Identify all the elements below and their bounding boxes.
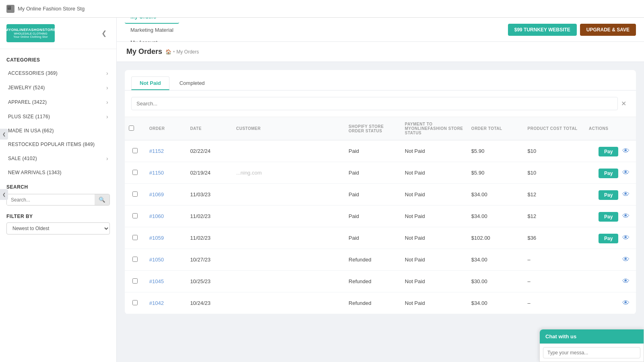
row-shopify-status: Refunded <box>345 271 401 292</box>
sidebar-item-plus[interactable]: PLUS SIZE (1176)› <box>0 109 116 124</box>
order-link[interactable]: #1069 <box>149 191 164 197</box>
row-checkbox[interactable] <box>132 148 138 153</box>
row-order-id: #1060 <box>145 206 186 227</box>
table-row: #1045 10/25/23 Refunded Not Paid $30.00 … <box>125 271 636 292</box>
nav-item-my-orders[interactable]: My Orders <box>125 18 179 24</box>
order-link[interactable]: #1152 <box>149 148 164 154</box>
row-customer <box>232 249 345 271</box>
row-payment-status: Not Paid <box>401 292 467 314</box>
row-customer <box>232 140 345 162</box>
sidebar-item-apparel[interactable]: APPAREL (3422)› <box>0 95 116 109</box>
sidebar-search-button[interactable]: 🔍 <box>95 194 109 205</box>
chat-input[interactable] <box>543 347 640 358</box>
row-shopify-status: Paid <box>345 162 401 184</box>
row-payment-status: Not Paid <box>401 140 467 162</box>
sidebar-item-restocked[interactable]: RESTOCKED POPULAR ITEMS (849) <box>0 138 116 151</box>
view-button[interactable]: 👁 <box>620 276 632 287</box>
pay-button[interactable]: Pay <box>599 190 618 200</box>
row-order-id: #1050 <box>145 249 186 271</box>
sidebar-item-accessories[interactable]: ACCESSORIES (369)› <box>0 66 116 80</box>
breadcrumb-home-icon[interactable]: 🏠 <box>165 49 171 55</box>
row-order-id: #1042 <box>145 292 186 314</box>
search-section: SEARCH 🔍 <box>0 179 116 210</box>
search-section-label: SEARCH <box>6 184 110 190</box>
view-button[interactable]: 👁 <box>620 232 632 244</box>
sidebar-item-sale[interactable]: SALE (4102)› <box>0 151 116 166</box>
view-button[interactable]: 👁 <box>620 189 632 200</box>
pay-button[interactable]: Pay <box>599 212 618 222</box>
view-button[interactable]: 👁 <box>620 210 632 222</box>
order-link[interactable]: #1045 <box>149 278 164 284</box>
tab-completed[interactable]: Completed <box>171 76 213 90</box>
chat-header: Chat with us <box>540 329 644 343</box>
browser-topbar: 🖥 My Online Fashion Store Stg <box>0 0 644 18</box>
order-link[interactable]: #1060 <box>149 213 164 219</box>
th-payment-status: PAYMENT TO MYONLINEFASHION STORE STATUS <box>401 117 467 140</box>
row-payment-status: Not Paid <box>401 227 467 249</box>
nav-item-marketing-material[interactable]: Marketing Material <box>125 24 179 36</box>
row-order-id: #1059 <box>145 227 186 249</box>
left-collapse-arrow-bottom[interactable]: ❮ <box>0 189 8 200</box>
row-checkbox-cell <box>125 227 145 249</box>
row-product-cost: – <box>524 249 585 271</box>
order-link[interactable]: #1042 <box>149 300 164 306</box>
view-button[interactable]: 👁 <box>620 145 632 157</box>
sidebar-item-jewelry[interactable]: JEWELRY (524)› <box>0 80 116 95</box>
row-checkbox[interactable] <box>132 170 138 175</box>
th-date: DATE <box>186 117 232 140</box>
row-order-total: $34.00 <box>467 206 524 227</box>
row-actions: 👁 <box>585 249 636 271</box>
sidebar-item-label: ACCESSORIES (369) <box>8 70 58 76</box>
row-product-cost: $12 <box>524 184 585 206</box>
table-row: #1060 11/02/23 Paid Not Paid $34.00 $12 … <box>125 206 636 227</box>
view-button[interactable]: 👁 <box>620 167 632 179</box>
pay-button[interactable]: Pay <box>599 147 618 156</box>
sidebar-item-label: MADE IN USA (662) <box>8 128 54 134</box>
search-clear-button[interactable]: ✕ <box>618 98 630 109</box>
row-checkbox[interactable] <box>132 235 138 240</box>
sidebar-item-made[interactable]: MADE IN USA (662) <box>0 124 116 138</box>
table-row: #1069 11/03/23 Paid Not Paid $34.00 $12 … <box>125 184 636 206</box>
row-customer <box>232 292 345 314</box>
turnkey-button[interactable]: $99 TURNKEY WEBSITE <box>508 24 577 36</box>
sidebar-search-input[interactable] <box>7 194 95 205</box>
row-date: 02/19/24 <box>186 162 232 184</box>
row-payment-status: Not Paid <box>401 162 467 184</box>
row-checkbox[interactable] <box>132 278 138 284</box>
row-payment-status: Not Paid <box>401 206 467 227</box>
table-row: #1059 11/02/23 Paid Not Paid $102.00 $36… <box>125 227 636 249</box>
row-actions: 👁 <box>585 271 636 292</box>
order-link[interactable]: #1059 <box>149 235 164 241</box>
row-date: 11/02/23 <box>186 206 232 227</box>
view-button[interactable]: 👁 <box>620 297 632 309</box>
orders-search-input[interactable] <box>131 97 618 110</box>
row-date: 10/25/23 <box>186 271 232 292</box>
browser-tab-title: My Online Fashion Store Stg <box>18 6 85 12</box>
chevron-right-icon: › <box>106 70 108 76</box>
select-all-checkbox[interactable] <box>129 125 134 131</box>
sidebar-item-new[interactable]: NEW ARRIVALS (1343) <box>0 166 116 179</box>
row-checkbox[interactable] <box>132 213 138 218</box>
categories-list: ACCESSORIES (369)›JEWELRY (524)›APPAREL … <box>0 66 116 179</box>
row-checkbox[interactable] <box>132 257 138 262</box>
row-checkbox[interactable] <box>132 191 138 197</box>
row-checkbox-cell <box>125 292 145 314</box>
upgrade-button[interactable]: UPGRADE & SAVE <box>580 24 636 36</box>
row-order-id: #1045 <box>145 271 186 292</box>
filter-select[interactable]: Newest to Oldest Oldest to Newest <box>6 222 110 234</box>
row-actions: 👁 <box>585 292 636 314</box>
table-row: #1042 10/24/23 Refunded Not Paid $34.00 … <box>125 292 636 314</box>
pay-button[interactable]: Pay <box>599 234 618 243</box>
row-customer <box>232 184 345 206</box>
row-order-total: $5.90 <box>467 162 524 184</box>
row-date: 02/22/24 <box>186 140 232 162</box>
tab-not-paid[interactable]: Not Paid <box>131 76 169 90</box>
view-button[interactable]: 👁 <box>620 254 632 265</box>
row-checkbox[interactable] <box>132 300 138 305</box>
left-collapse-arrow-top[interactable]: ❮ <box>0 129 8 140</box>
pay-button[interactable]: Pay <box>599 169 618 178</box>
row-payment-status: Not Paid <box>401 249 467 271</box>
order-link[interactable]: #1050 <box>149 257 164 263</box>
order-link[interactable]: #1150 <box>149 170 164 176</box>
sidebar-collapse-btn[interactable]: ❮ <box>98 27 110 39</box>
